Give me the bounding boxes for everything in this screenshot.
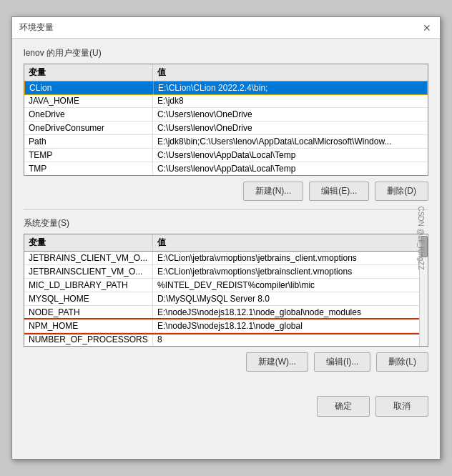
system-delete-button[interactable]: 删除(L)	[376, 352, 428, 372]
title-bar: 环境变量 ✕	[12, 17, 440, 39]
environment-variables-dialog: 环境变量 ✕ lenov 的用户变量(U) 变量 值 CLionE:\CLion…	[11, 16, 441, 460]
system-row-name: JETBRAINSCLIENT_VM_O...	[24, 265, 153, 278]
user-row-name: JAVA_HOME	[24, 94, 153, 107]
user-delete-button[interactable]: 删除(D)	[375, 182, 428, 201]
system-table-row[interactable]: JETBRAINS_CLIENT_VM_O...E:\CLion\jetbra\…	[24, 252, 428, 265]
system-row-value: E:\CLion\jetbra\vmoptions\jetbrains_clie…	[153, 252, 428, 264]
dialog-body: lenov 的用户变量(U) 变量 值 CLionE:\CLion\CLion …	[12, 39, 440, 389]
system-variables-table: 变量 值 JETBRAINS_CLIENT_VM_O...E:\CLion\je…	[24, 234, 428, 347]
system-row-value: D:\MySQL\MySQL Server 8.0	[153, 292, 428, 305]
user-row-value: C:\Users\lenov\OneDrive	[153, 122, 428, 134]
user-row-value: C:\Users\lenov\AppData\Local\Temp	[153, 162, 428, 175]
user-row-value: E:\jdk8\bin;C:\Users\lenov\AppData\Local…	[153, 135, 428, 148]
system-row-value: 8	[153, 333, 428, 346]
system-section-label: 系统变量(S)	[24, 217, 428, 229]
user-rows-container: CLionE:\CLion\CLion 2022.2.4\bin;JAVA_HO…	[24, 81, 428, 175]
system-row-name: MYSQL_HOME	[24, 292, 153, 305]
user-button-row: 新建(N)... 编辑(E)... 删除(D)	[24, 182, 428, 201]
system-row-value: E:\nodeJS\nodejs18.12.1\node_global	[153, 319, 428, 332]
system-edit-button[interactable]: 编辑(I)...	[314, 352, 370, 372]
user-row-name: TMP	[24, 162, 153, 175]
system-table-row[interactable]: JETBRAINSCLIENT_VM_O...E:\CLion\jetbra\v…	[24, 265, 428, 279]
user-header-name: 变量	[24, 64, 153, 81]
user-table-row[interactable]: PathE:\jdk8\bin;C:\Users\lenov\AppData\L…	[24, 135, 428, 149]
user-header-value: 值	[153, 64, 428, 81]
section-divider	[24, 209, 428, 210]
system-table-row[interactable]: NUMBER_OF_PROCESSORS8	[24, 333, 428, 346]
user-table-header: 变量 值	[24, 64, 428, 81]
user-row-name: Path	[24, 135, 153, 148]
system-table-row[interactable]: MIC_LD_LIBRARY_PATH%INTEL_DEV_REDIST%com…	[24, 279, 428, 292]
user-table-row[interactable]: OneDriveConsumerC:\Users\lenov\OneDrive	[24, 122, 428, 135]
user-row-value: C:\Users\lenov\AppData\Local\Temp	[153, 149, 428, 162]
user-row-name: OneDriveConsumer	[24, 122, 153, 134]
system-table-row[interactable]: NODE_PATHE:\nodeJS\nodejs18.12.1\node_gl…	[24, 306, 428, 319]
user-row-name: OneDrive	[24, 108, 153, 121]
watermark: CSDN @Lil_KingZZ	[417, 206, 425, 269]
cancel-button[interactable]: 取消	[375, 396, 428, 417]
system-table-row[interactable]: MYSQL_HOMED:\MySQL\MySQL Server 8.0	[24, 292, 428, 306]
user-row-value: E:\CLion\CLion 2022.2.4\bin;	[154, 81, 427, 94]
user-table-row[interactable]: TMPC:\Users\lenov\AppData\Local\Temp	[24, 162, 428, 175]
system-header-value: 值	[153, 234, 428, 251]
system-button-row: 新建(W)... 编辑(I)... 删除(L)	[24, 352, 428, 372]
system-row-name: NUMBER_OF_PROCESSORS	[24, 333, 153, 346]
ok-button[interactable]: 确定	[317, 396, 370, 417]
footer-button-row: 确定 取消	[12, 389, 440, 424]
system-row-name: MIC_LD_LIBRARY_PATH	[24, 279, 153, 292]
system-table-row[interactable]: NPM_HOMEE:\nodeJS\nodejs18.12.1\node_glo…	[24, 319, 428, 333]
system-row-name: NPM_HOME	[24, 319, 153, 332]
user-variables-table: 变量 值 CLionE:\CLion\CLion 2022.2.4\bin;JA…	[24, 64, 428, 176]
user-new-button[interactable]: 新建(N)...	[243, 182, 304, 201]
user-table-row[interactable]: JAVA_HOMEE:\jdk8	[24, 94, 428, 108]
system-row-value: E:\nodeJS\nodejs18.12.1\node_global\node…	[153, 306, 428, 319]
user-row-name: TEMP	[24, 149, 153, 162]
system-rows-container: JETBRAINS_CLIENT_VM_O...E:\CLion\jetbra\…	[24, 252, 428, 346]
user-table-row[interactable]: OneDriveC:\Users\lenov\OneDrive	[24, 108, 428, 122]
user-row-value: C:\Users\lenov\OneDrive	[153, 108, 428, 121]
system-table-header: 变量 值	[24, 234, 428, 252]
user-row-value: E:\jdk8	[153, 94, 428, 107]
system-row-value: E:\CLion\jetbra\vmoptions\jetbrainsclien…	[153, 265, 428, 278]
system-new-button[interactable]: 新建(W)...	[246, 352, 308, 372]
system-row-name: JETBRAINS_CLIENT_VM_O...	[24, 252, 153, 264]
system-header-name: 变量	[24, 234, 153, 251]
user-row-name: CLion	[25, 81, 154, 94]
system-row-value: %INTEL_DEV_REDIST%compiler\lib\mic	[153, 279, 428, 292]
user-table-row[interactable]: CLionE:\CLion\CLion 2022.2.4\bin;	[24, 81, 428, 95]
user-table-row[interactable]: TEMPC:\Users\lenov\AppData\Local\Temp	[24, 149, 428, 162]
close-button[interactable]: ✕	[421, 22, 433, 34]
dialog-title: 环境变量	[19, 21, 54, 34]
user-edit-button[interactable]: 编辑(E)...	[309, 182, 369, 201]
user-section-label: lenov 的用户变量(U)	[24, 47, 428, 59]
system-row-name: NODE_PATH	[24, 306, 153, 319]
